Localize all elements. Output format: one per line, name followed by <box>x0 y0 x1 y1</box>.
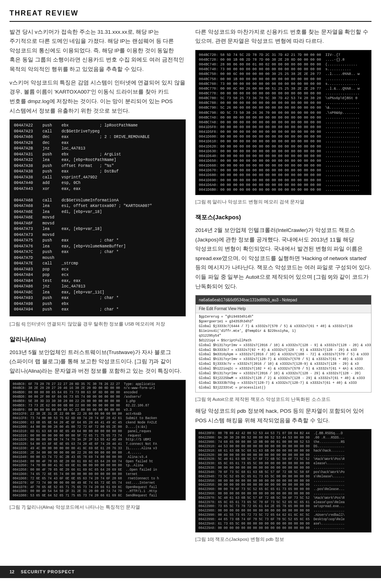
jackpos-pdb-hex: 004228F8: 00 7B 09 42 42 00 52 53 44 53 … <box>195 429 371 532</box>
vskimmer-paragraph: v스키머 악성코드의 특징은 감염 시스템이 인터넷에 연결되어 있지 않을 경… <box>10 78 186 116</box>
jackpos-text1: 2014년 2월 보안업체 인텔크롤러(IntelCrawler)가 악성코드 … <box>195 226 371 291</box>
page-container: THREAT REVIEW 발견 당시 v스키머가 접속한 주소는 31.31.… <box>0 0 381 559</box>
fig9-caption: [그림 9] Autoit으로 제작된 잭포스 악성코드의 난독화된 소스코드 <box>195 396 371 404</box>
screenshot-menu: File Edit Format View Help <box>196 305 371 313</box>
fig6-caption: [그림 6] 인터넷이 연결되지 않았을 경우 탈취한 정보를 USB 메모리에… <box>10 320 186 328</box>
left-column: 발견 당시 v스키머가 접속한 주소는 31.31.xxx.xx로, 해당 IP… <box>10 27 186 547</box>
right-intro-text: 다른 악성코드와 마찬가지로 신용카드 번호를 찾는 문자열을 확인할 수 있으… <box>195 27 371 46</box>
main-content: 발견 당시 v스키머가 접속한 주소는 31.31.xxx.xx로, 해당 IP… <box>10 27 371 547</box>
notepad-title: na6a6a6eab17d&6d9534bac131bd88b3_au3 - N… <box>199 297 297 303</box>
right-column: 다른 악성코드와 마찬가지로 신용카드 번호를 찾는 문자열을 확인할 수 있으… <box>195 27 371 547</box>
alina-title: 알리나(Alina) <box>10 334 186 345</box>
jackpos-text2: 해당 악성코드의 pdb 정보에 hack, POS 등의 문자열이 포함되어 … <box>195 406 371 425</box>
page-number: 12 <box>10 568 14 576</box>
jackpos-title: 잭포스(Jackpos) <box>195 212 371 222</box>
alina-hex-image: 004BC0: 6F 79 20 78 27 22 27 20 0D 35 7C… <box>10 380 186 500</box>
intro-paragraph: 발견 당시 v스키머가 접속한 주소는 31.31.xxx.xx로, 해당 IP… <box>10 27 186 74</box>
screenshot-titlebar: na6a6a6eab17d&6d9534bac131bd88b3_au3 - N… <box>196 295 371 305</box>
alina-memory-hex: 004BC720: 58 5D 74 5C 2D 78 7D 2C 31 7D … <box>195 50 371 195</box>
fig10-caption: [그림 10] 잭포스(Jackpos) 변형의 pdb 정보 <box>195 536 371 544</box>
jackpos-autoit-screenshot: na6a6a6eab17d&6d9534bac131bd88b3_au3 - N… <box>195 295 371 392</box>
publication-name: SECURITY PROSPECT <box>21 568 75 576</box>
fig7-caption: [그림 7] 알리나(Alina) 악성코드에서 나타나는 특징적인 문자열 <box>10 504 186 511</box>
alina-text1: 2013년 5월 보안업체인 트러스트웨이브(Trustwave)가 자사 블로… <box>10 348 186 376</box>
footer-bar: 12 SECURITY PROSPECT <box>0 566 381 578</box>
page-title: THREAT REVIEW <box>10 7 371 22</box>
code-block-fig6: 004A7A22 push ebx ; lpRootPathName 004A7… <box>10 119 186 316</box>
fig8-caption: [그림 8] 알리나 악성코드 변형의 메모리 검색 문자열 <box>195 198 371 206</box>
screenshot-content: $gpIererug = "ghi94934h14h" $goergoer1e1… <box>196 313 371 392</box>
